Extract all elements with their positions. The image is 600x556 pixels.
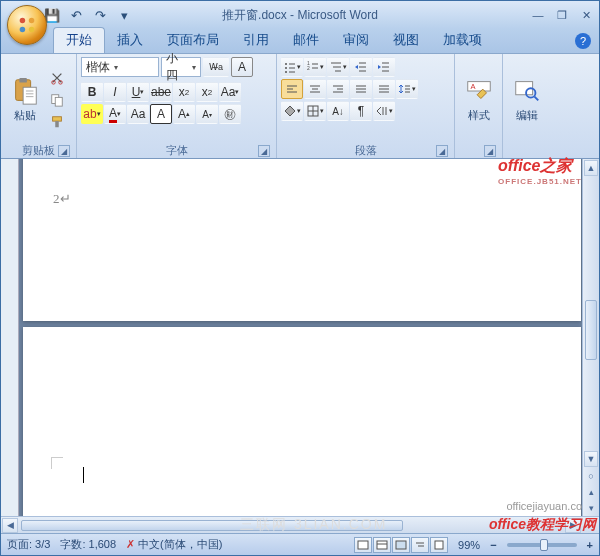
borders-button[interactable]: ▾ (304, 101, 326, 121)
text-cursor (83, 467, 84, 483)
qat-customize[interactable]: ▾ (113, 4, 135, 26)
clear-formatting-button[interactable]: W̶a (203, 57, 229, 77)
scroll-down-button[interactable]: ▼ (584, 451, 598, 467)
help-icon[interactable]: ? (575, 33, 591, 49)
page-current[interactable] (23, 327, 581, 516)
cut-button[interactable] (47, 68, 67, 88)
align-right-button[interactable] (327, 79, 349, 99)
align-left-button[interactable] (281, 79, 303, 99)
increase-indent-button[interactable] (373, 57, 395, 77)
superscript-button[interactable]: x2 (196, 82, 218, 102)
decrease-indent-button[interactable] (350, 57, 372, 77)
align-center-button[interactable] (304, 79, 326, 99)
font-color-button[interactable]: A▾ (104, 104, 126, 124)
zoom-out-button[interactable]: − (490, 539, 496, 551)
distributed-button[interactable] (373, 79, 395, 99)
svg-point-1 (29, 18, 35, 24)
tab-insert[interactable]: 插入 (105, 28, 155, 53)
document-viewport[interactable]: 2↵ (19, 159, 582, 516)
status-page[interactable]: 页面: 3/3 (7, 537, 50, 552)
scroll-h-thumb[interactable] (21, 520, 403, 531)
view-fullscreen[interactable] (373, 537, 391, 553)
next-page-button[interactable]: ▾ (583, 500, 599, 516)
view-web[interactable] (392, 537, 410, 553)
font-size-combo[interactable]: 小四▾ (161, 57, 201, 77)
undo-button[interactable]: ↶ (65, 4, 87, 26)
svg-line-62 (535, 97, 539, 101)
view-print-layout[interactable] (354, 537, 372, 553)
tab-addins[interactable]: 加载项 (431, 28, 494, 53)
format-painter-button[interactable] (47, 112, 67, 132)
vertical-ruler[interactable] (1, 159, 19, 516)
tab-references[interactable]: 引用 (231, 28, 281, 53)
paste-label: 粘贴 (14, 108, 36, 123)
status-words[interactable]: 字数: 1,608 (60, 537, 116, 552)
group-editing: 编辑 (503, 54, 551, 158)
office-button[interactable] (7, 5, 47, 45)
change-case-button[interactable]: Aa▾ (219, 82, 241, 102)
find-icon (512, 76, 542, 106)
phonetic-guide-button[interactable]: A (231, 57, 253, 77)
zoom-level[interactable]: 99% (458, 539, 480, 551)
tab-review[interactable]: 审阅 (331, 28, 381, 53)
tab-pagelayout[interactable]: 页面布局 (155, 28, 231, 53)
bold-button[interactable]: B (81, 82, 103, 102)
tab-mailings[interactable]: 邮件 (281, 28, 331, 53)
font-name-combo[interactable]: 楷体▾ (81, 57, 159, 77)
close-button[interactable]: ✕ (577, 8, 595, 22)
statusbar: 页面: 3/3 字数: 1,608 ✗ 中文(简体，中国) 99% − + (1, 533, 599, 555)
asian-layout-button[interactable]: ▾ (373, 101, 395, 121)
bullets-button[interactable]: ▾ (281, 57, 303, 77)
justify-button[interactable] (350, 79, 372, 99)
view-outline[interactable] (411, 537, 429, 553)
show-marks-button[interactable]: ¶ (350, 101, 372, 121)
zoom-knob[interactable] (540, 539, 548, 551)
styles-button[interactable]: A 样式 (459, 57, 498, 142)
shrink-font-button[interactable]: A▾ (196, 104, 218, 124)
group-styles: A 样式 ◢ (455, 54, 503, 158)
line-spacing-button[interactable]: ▾ (396, 79, 418, 99)
paragraph-group-label: 段落◢ (281, 142, 450, 158)
grow-font-button[interactable]: A▴ (173, 104, 195, 124)
page-prev[interactable]: 2↵ (23, 159, 581, 321)
restore-button[interactable]: ❐ (553, 8, 571, 22)
minimize-button[interactable]: — (529, 8, 547, 22)
tab-view[interactable]: 视图 (381, 28, 431, 53)
vertical-scrollbar[interactable]: ▲ ▼ ○ ▴ ▾ (582, 159, 599, 516)
clipboard-launcher[interactable]: ◢ (58, 145, 70, 157)
status-language[interactable]: ✗ 中文(简体，中国) (126, 537, 222, 552)
strikethrough-button[interactable]: abe (150, 82, 172, 102)
multilevel-list-button[interactable]: ▾ (327, 57, 349, 77)
numbering-button[interactable]: 12▾ (304, 57, 326, 77)
italic-button[interactable]: I (104, 82, 126, 102)
scroll-track[interactable] (583, 177, 599, 450)
styles-launcher[interactable]: ◢ (484, 145, 496, 157)
sort-button[interactable]: A↓ (327, 101, 349, 121)
horizontal-scrollbar[interactable]: ◀ ▶ (1, 516, 599, 533)
copy-button[interactable] (47, 90, 67, 110)
view-buttons (354, 537, 448, 553)
font-launcher[interactable]: ◢ (258, 145, 270, 157)
scroll-up-button[interactable]: ▲ (584, 160, 598, 176)
shading-button[interactable]: ▾ (281, 101, 303, 121)
enclose-char-button[interactable]: ㊖ (219, 104, 241, 124)
underline-button[interactable]: U▾ (127, 82, 149, 102)
paste-button[interactable]: 粘贴 (5, 57, 45, 142)
tab-home[interactable]: 开始 (53, 27, 105, 53)
prev-page-button[interactable]: ▴ (583, 484, 599, 500)
scroll-thumb[interactable] (585, 300, 597, 360)
highlight-button[interactable]: ab▾ (81, 104, 103, 124)
subscript-button[interactable]: x2 (173, 82, 195, 102)
view-draft[interactable] (430, 537, 448, 553)
char-border-button[interactable]: A (150, 104, 172, 124)
char-shading-button[interactable]: Aa (127, 104, 149, 124)
zoom-in-button[interactable]: + (587, 539, 593, 551)
redo-button[interactable]: ↷ (89, 4, 111, 26)
zoom-slider[interactable] (507, 543, 577, 547)
styles-icon: A (464, 76, 494, 106)
scroll-left-button[interactable]: ◀ (2, 518, 18, 533)
editing-button[interactable]: 编辑 (507, 57, 547, 142)
browse-select-button[interactable]: ○ (583, 468, 599, 484)
paragraph-launcher[interactable]: ◢ (436, 145, 448, 157)
scroll-right-button[interactable]: ▶ (565, 518, 581, 533)
